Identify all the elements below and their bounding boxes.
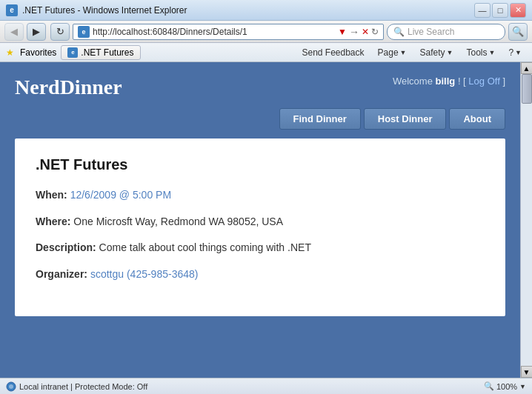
- organizer-field: Organizer: scottgu (425-985-3648): [36, 267, 485, 282]
- refresh-icon: ↻: [56, 26, 64, 37]
- zoom-level: 100%: [496, 382, 517, 391]
- site-header: NerdDinner Welcome billg ! [ Log Off ]: [0, 62, 520, 108]
- refresh-icon2[interactable]: ↻: [371, 27, 379, 37]
- address-bar[interactable]: e http://localhost:60848/Dinners/Details…: [73, 24, 384, 40]
- scroll-up-button[interactable]: ▲: [521, 62, 533, 74]
- site-title: NerdDinner: [15, 76, 122, 99]
- navigation-toolbar: ◀ ▶ ↻ e http://localhost:60848/Dinners/D…: [0, 21, 532, 43]
- page-menu[interactable]: Page ▼: [373, 46, 411, 59]
- when-field: When: 12/6/2009 @ 5:00 PM: [36, 188, 485, 203]
- description-label: Description:: [36, 241, 96, 253]
- page-chevron-icon: ▼: [400, 49, 407, 56]
- nd-navigation: Find Dinner Host Dinner About: [0, 108, 520, 138]
- status-right: 🔍 100% ▼: [484, 381, 526, 391]
- scroll-track[interactable]: [521, 74, 532, 366]
- logoff-prefix: ! [: [458, 76, 468, 87]
- page-icon: e: [78, 26, 90, 38]
- description-field: Description: Come talk about cool things…: [36, 241, 485, 256]
- dinner-detail-panel: .NET Futures When: 12/6/2009 @ 5:00 PM W…: [15, 138, 505, 316]
- scroll-thumb[interactable]: [522, 74, 532, 104]
- browser-content: NerdDinner Welcome billg ! [ Log Off ] F…: [0, 62, 532, 378]
- logoff-suffix: ]: [502, 76, 505, 87]
- logoff-link[interactable]: Log Off: [468, 76, 499, 87]
- about-button[interactable]: About: [449, 108, 505, 130]
- welcome-message: Welcome billg ! [ Log Off ]: [393, 76, 505, 87]
- address-dropdown-icon[interactable]: ▼: [338, 27, 347, 37]
- search-go-icon: 🔍: [512, 26, 524, 37]
- address-text: http://localhost:60848/Dinners/Details/1: [93, 27, 336, 37]
- search-magnifier-icon: 🔍: [393, 27, 405, 37]
- safety-menu[interactable]: Safety ▼: [416, 46, 458, 59]
- ie-icon: e: [6, 4, 18, 16]
- minimize-button[interactable]: —: [474, 3, 491, 18]
- window-titlebar: e .NET Futures - Windows Internet Explor…: [0, 0, 532, 21]
- find-dinner-button[interactable]: Find Dinner: [279, 108, 361, 130]
- zoom-control[interactable]: 🔍 100% ▼: [484, 381, 526, 391]
- organizer-label: Organizer:: [36, 268, 87, 280]
- local-intranet-icon: [6, 381, 16, 392]
- close-button[interactable]: ✕: [510, 3, 526, 18]
- organizer-value: scottgu (425-985-3648): [90, 268, 199, 280]
- address-go-icon: →: [349, 26, 359, 38]
- help-chevron-icon: ▼: [515, 49, 522, 56]
- zoom-chevron-icon: ▼: [519, 383, 526, 390]
- when-label: When:: [36, 189, 67, 201]
- statusbar: Local intranet | Protected Mode: Off 🔍 1…: [0, 378, 532, 394]
- favorites-label[interactable]: Favorites: [20, 47, 56, 58]
- maximize-button[interactable]: □: [492, 3, 508, 18]
- page-wrapper: NerdDinner Welcome billg ! [ Log Off ] F…: [0, 62, 520, 378]
- window-controls: — □ ✕: [474, 3, 526, 18]
- status-text: Local intranet | Protected Mode: Off: [19, 382, 147, 391]
- dinner-title: .NET Futures: [36, 156, 485, 173]
- vertical-scrollbar[interactable]: ▲ ▼: [520, 62, 532, 378]
- tools-chevron-icon: ▼: [488, 49, 495, 56]
- search-button[interactable]: 🔍: [508, 23, 528, 41]
- fav-item-icon: e: [67, 47, 78, 58]
- tools-menu[interactable]: Tools ▼: [462, 46, 499, 59]
- when-value: 12/6/2009 @ 5:00 PM: [70, 189, 171, 201]
- where-value: One Microsft Way, Redmond WA 98052, USA: [73, 216, 283, 227]
- favorites-bar: ★ Favorites e .NET Futures Send Feedback…: [0, 43, 532, 62]
- zoom-icon: 🔍: [484, 381, 494, 391]
- favorites-item-net-futures[interactable]: e .NET Futures: [61, 45, 140, 60]
- favorites-star-icon: ★: [6, 47, 14, 58]
- welcome-text: Welcome: [393, 76, 433, 87]
- where-label: Where:: [36, 216, 70, 227]
- live-search-placeholder: Live Search: [408, 27, 454, 37]
- description-value: Come talk about cool things coming with …: [99, 241, 311, 253]
- scroll-down-button[interactable]: ▼: [521, 366, 533, 378]
- refresh-button[interactable]: ↻: [50, 23, 70, 41]
- username: billg: [436, 76, 456, 87]
- where-field: Where: One Microsft Way, Redmond WA 9805…: [36, 215, 485, 230]
- help-menu[interactable]: ? ▼: [504, 46, 526, 59]
- stop-icon[interactable]: ✕: [362, 27, 369, 37]
- favbar-right: Send Feedback Page ▼ Safety ▼ Tools ▼ ? …: [297, 46, 526, 59]
- back-icon: ◀: [10, 26, 18, 37]
- forward-button[interactable]: ▶: [27, 23, 46, 41]
- svg-point-1: [9, 384, 13, 389]
- host-dinner-button[interactable]: Host Dinner: [364, 108, 447, 130]
- forward-icon: ▶: [33, 26, 40, 37]
- send-feedback-link[interactable]: Send Feedback: [297, 46, 368, 59]
- safety-chevron-icon: ▼: [447, 49, 453, 56]
- back-button[interactable]: ◀: [4, 23, 24, 41]
- fav-item-label: .NET Futures: [81, 47, 133, 58]
- window-title: .NET Futures - Windows Internet Explorer: [22, 5, 474, 16]
- live-search-box[interactable]: 🔍 Live Search: [387, 24, 505, 40]
